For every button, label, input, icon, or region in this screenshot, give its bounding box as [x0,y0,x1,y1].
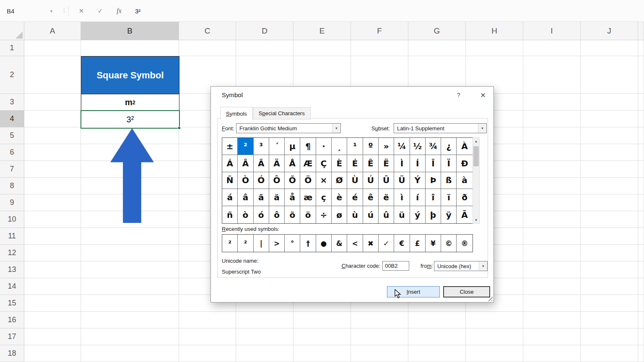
cell-A9[interactable] [24,194,81,211]
cell-B13[interactable] [81,261,179,278]
cell-A1[interactable] [24,40,81,56]
cell-B15[interactable] [81,295,179,312]
cell-I14[interactable] [523,278,581,295]
symbol-cell-»[interactable]: » [379,138,394,155]
symbol-cell-Þ[interactable]: Þ [426,172,441,189]
row-header-8[interactable]: 8 [0,178,24,194]
cell-J2[interactable] [581,56,638,94]
symbol-cell-Ô[interactable]: Ô [269,172,285,189]
fill-handle[interactable] [178,127,181,129]
cell-D1[interactable] [236,40,293,56]
row-header-18[interactable]: 18 [0,345,24,362]
symbol-cell-õ[interactable]: õ [285,206,300,223]
close-button[interactable]: Close [443,286,490,297]
cell-E16[interactable] [293,312,351,328]
row-header-17[interactable]: 17 [0,328,24,345]
cell-b3-m-squared[interactable]: m2 [81,94,179,111]
cell-J9[interactable] [581,194,638,211]
insert-function-icon[interactable]: fx [112,0,127,22]
cell-I11[interactable] [523,228,581,245]
name-box-dropdown-icon[interactable]: ▼ [49,9,53,13]
symbol-cell-ä[interactable]: ä [269,189,285,206]
recent-symbol-²[interactable]: ² [222,235,238,252]
symbol-cell-ð[interactable]: ð [457,189,472,206]
symbol-cell-²[interactable]: ² [238,138,253,155]
symbol-cell-÷[interactable]: ÷ [316,206,332,223]
cell-A8[interactable] [24,178,81,194]
symbol-cell-ý[interactable]: ý [410,206,426,223]
character-code-input[interactable]: 00B2 [382,261,409,271]
scrollbar-thumb[interactable] [473,146,479,166]
row-header-3[interactable]: 3 [0,94,24,111]
row-header-5[interactable]: 5 [0,127,24,144]
recent-symbol-£[interactable]: £ [410,235,426,252]
recent-symbol-✖[interactable]: ✖ [363,235,379,252]
symbol-cell-ë[interactable]: ë [379,189,394,206]
symbol-cell-Ý[interactable]: Ý [410,172,426,189]
cell-D18[interactable] [236,345,293,362]
symbol-cell-¾[interactable]: ¾ [426,138,441,155]
symbol-cell-Ì[interactable]: Ì [394,155,410,172]
symbol-cell-ÿ[interactable]: ÿ [441,206,457,223]
symbol-cell-Ê[interactable]: Ê [363,155,379,172]
cell-J10[interactable] [581,211,638,228]
row-header-4[interactable]: 4 [0,111,24,127]
cell-A7[interactable] [24,161,81,178]
cell-J6[interactable] [581,144,638,161]
column-header-J[interactable]: J [581,22,638,40]
symbol-cell-å[interactable]: å [285,189,300,206]
chevron-down-icon[interactable]: ▼ [332,124,340,133]
symbol-cell-Ù[interactable]: Ù [347,172,363,189]
symbol-cell-·[interactable]: · [316,138,332,155]
column-header-D[interactable]: D [236,22,293,40]
cell-b4-selected[interactable]: 3² [80,110,180,129]
cell-I13[interactable] [523,261,581,278]
recent-symbol-©[interactable]: © [441,235,457,252]
cell-J8[interactable] [581,178,638,194]
symbol-cell-Î[interactable]: Î [426,155,441,172]
cell-J15[interactable] [581,295,638,312]
symbol-cell-ú[interactable]: ú [363,206,379,223]
column-header-G[interactable]: G [408,22,466,40]
cell-I10[interactable] [523,211,581,228]
symbol-cell-Ø[interactable]: Ø [332,172,347,189]
cell-I16[interactable] [523,312,581,328]
scroll-up-icon[interactable]: ▲ [473,138,479,145]
tab-symbols[interactable]: Symbols [220,107,253,120]
row-header-14[interactable]: 14 [0,278,24,295]
row-header-2[interactable]: 2 [0,56,24,94]
row-header-6[interactable]: 6 [0,144,24,161]
cell-B16[interactable] [81,312,179,328]
cell-J13[interactable] [581,261,638,278]
symbol-cell-ù[interactable]: ù [347,206,363,223]
cell-F17[interactable] [351,328,408,345]
recent-symbol-†[interactable]: † [300,235,316,252]
symbol-cell-ô[interactable]: ô [269,206,285,223]
cell-I7[interactable] [523,161,581,178]
symbol-cell-û[interactable]: û [379,206,394,223]
column-header-B[interactable]: B [81,22,179,40]
symbol-cell-Ï[interactable]: Ï [441,155,457,172]
cell-A17[interactable] [24,328,81,345]
symbol-cell-½[interactable]: ½ [410,138,426,155]
row-header-9[interactable]: 9 [0,194,24,211]
symbol-cell-ö[interactable]: ö [300,206,316,223]
recent-symbol-&[interactable]: & [332,235,347,252]
symbol-cell-Ð[interactable]: Ð [457,155,472,172]
recent-symbol-●[interactable]: ● [316,235,332,252]
symbol-cell-Ñ[interactable]: Ñ [222,172,238,189]
column-header-F[interactable]: F [351,22,408,40]
symbol-cell-Ã[interactable]: Ã [254,155,269,172]
chevron-down-icon[interactable]: ▼ [478,124,486,133]
cell-J17[interactable] [581,328,638,345]
cell-J16[interactable] [581,312,638,328]
cell-I18[interactable] [523,345,581,362]
recent-symbol-€[interactable]: € [394,235,410,252]
symbol-cell-¶[interactable]: ¶ [300,138,316,155]
symbol-cell-µ[interactable]: µ [285,138,300,155]
symbol-cell-ò[interactable]: ò [238,206,253,223]
enter-icon[interactable]: ✓ [93,0,108,22]
symbol-cell-è[interactable]: è [332,189,347,206]
cell-C16[interactable] [179,312,236,328]
symbol-cell-×[interactable]: × [316,172,332,189]
